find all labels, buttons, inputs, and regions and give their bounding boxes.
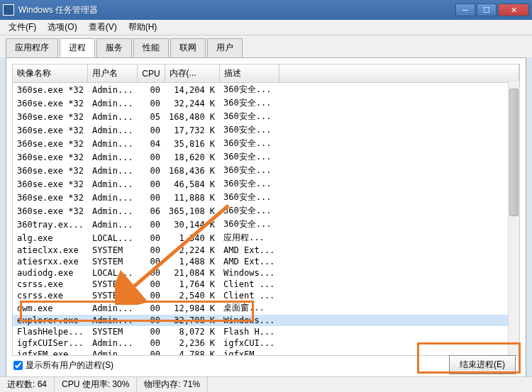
- maximize-button[interactable]: ☐: [477, 4, 497, 16]
- cell-mem: 1,340 K: [165, 231, 219, 245]
- table-row[interactable]: explorer.exeAdmin...0032,708 KWindows...: [13, 315, 519, 326]
- scrollbar-thumb[interactable]: [509, 89, 519, 216]
- tab-users[interactable]: 用户: [207, 38, 243, 57]
- table-row[interactable]: 360se.exe *32Admin...0011,888 K360安全...: [13, 191, 519, 204]
- cell-cpu: 00: [138, 164, 165, 177]
- cell-mem: 8,072 K: [165, 326, 219, 337]
- cell-name: igfxEM.exe: [13, 349, 88, 356]
- table-row[interactable]: csrss.exeSYSTEM001,764 KClient ...: [13, 279, 519, 290]
- cell-mem: 1,764 K: [165, 279, 219, 290]
- col-header-cpu[interactable]: CPU: [138, 65, 165, 83]
- cell-cpu: 06: [138, 204, 165, 218]
- process-table-wrap: 映像名称 用户名 CPU 内存(... 描述 360se.exe *32Admi…: [12, 64, 520, 356]
- cell-cpu: 00: [138, 301, 165, 315]
- menu-file[interactable]: 文件(F): [3, 20, 42, 35]
- table-row[interactable]: FlashHelpe...SYSTEM008,072 KFlash H...: [13, 326, 519, 337]
- cell-user: Admin...: [88, 218, 138, 231]
- show-all-users-checkbox[interactable]: [13, 361, 23, 370]
- cell-cpu: 00: [138, 191, 165, 204]
- cell-name: FlashHelpe...: [13, 326, 88, 337]
- cell-desc: Flash H...: [219, 326, 279, 337]
- tabbar: 应用程序 进程 服务 性能 联网 用户: [0, 35, 532, 57]
- close-button[interactable]: ✕: [498, 4, 529, 16]
- table-row[interactable]: 360se.exe *32Admin...06365,108 K360安全...: [13, 204, 519, 218]
- col-header-name[interactable]: 映像名称: [13, 65, 88, 83]
- cell-user: Admin...: [88, 83, 138, 97]
- cell-desc: Client ...: [219, 290, 279, 301]
- cell-user: Admin...: [88, 164, 138, 177]
- table-row[interactable]: audiodg.exeLOCAL...0021,084 KWindows...: [13, 267, 519, 279]
- scrollbar-track[interactable]: [508, 82, 519, 355]
- tab-performance[interactable]: 性能: [133, 38, 169, 57]
- tab-services[interactable]: 服务: [96, 38, 132, 57]
- cell-name: atiesrxx.exe: [13, 256, 88, 267]
- cell-cpu: 00: [138, 267, 165, 279]
- table-row[interactable]: 360tray.ex...Admin...0030,144 K360安全...: [13, 218, 519, 231]
- cell-name: 360se.exe *32: [13, 123, 88, 137]
- table-row[interactable]: igfxCUISer...Admin...002,236 KigfxCUI...: [13, 337, 519, 349]
- cell-desc: 360安全...: [219, 177, 279, 191]
- cell-desc: 桌面窗...: [219, 301, 279, 315]
- table-row[interactable]: 360se.exe *32Admin...05168,480 K360安全...: [13, 110, 519, 123]
- cell-name: dwm.exe: [13, 301, 88, 315]
- table-row[interactable]: 360se.exe *32Admin...0014,204 K360安全...: [13, 83, 519, 97]
- cell-mem: 365,108 K: [165, 204, 219, 218]
- col-header-user[interactable]: 用户名: [88, 65, 138, 83]
- table-row[interactable]: 360se.exe *32Admin...0046,584 K360安全...: [13, 177, 519, 191]
- cell-name: audiodg.exe: [13, 267, 88, 279]
- menu-help[interactable]: 帮助(H): [123, 20, 163, 35]
- cell-user: SYSTEM: [88, 279, 138, 290]
- cell-user: LOCAL...: [88, 267, 138, 279]
- cell-cpu: 00: [138, 150, 165, 164]
- table-row[interactable]: igfxEM.exeAdmin...004,788 KigfxEM ...: [13, 349, 519, 356]
- menu-options[interactable]: 选项(O): [42, 20, 82, 35]
- cell-desc: Windows...: [219, 315, 279, 326]
- cell-cpu: 05: [138, 110, 165, 123]
- cell-cpu: 00: [138, 326, 165, 337]
- cell-user: LOCAL...: [88, 231, 138, 245]
- cell-user: Admin...: [88, 177, 138, 191]
- cell-cpu: 00: [138, 290, 165, 301]
- cell-user: Admin...: [88, 204, 138, 218]
- cell-name: csrss.exe: [13, 279, 88, 290]
- col-header-mem[interactable]: 内存(...: [165, 65, 219, 83]
- table-row[interactable]: csrss.exeSYSTEM002,540 KClient ...: [13, 290, 519, 301]
- minimize-button[interactable]: ─: [455, 4, 475, 16]
- statusbar: 进程数: 64 CPU 使用率: 30% 物理内存: 71%: [0, 376, 532, 392]
- col-header-desc[interactable]: 描述: [219, 65, 279, 83]
- app-icon: [3, 4, 14, 16]
- table-row[interactable]: atieclxx.exeSYSTEM002,224 KAMD Ext...: [13, 245, 519, 256]
- cell-desc: 360安全...: [219, 150, 279, 164]
- table-row[interactable]: 360se.exe *32Admin...0018,620 K360安全...: [13, 150, 519, 164]
- table-row[interactable]: dwm.exeAdmin...0012,984 K桌面窗...: [13, 301, 519, 315]
- cell-mem: 11,888 K: [165, 191, 219, 204]
- show-all-users-row: 显示所有用户的进程(S): [13, 359, 113, 371]
- cell-cpu: 00: [138, 245, 165, 256]
- table-row[interactable]: 360se.exe *32Admin...0032,244 K360安全...: [13, 96, 519, 110]
- cell-name: csrss.exe: [13, 290, 88, 301]
- table-row[interactable]: alg.exeLOCAL...001,340 K应用程...: [13, 231, 519, 245]
- tab-applications[interactable]: 应用程序: [6, 38, 58, 57]
- table-row[interactable]: atiesrxx.exeSYSTEM001,488 KAMD Ext...: [13, 256, 519, 267]
- cell-mem: 2,236 K: [165, 337, 219, 349]
- cell-cpu: 00: [138, 218, 165, 231]
- cell-mem: 12,984 K: [165, 301, 219, 315]
- cell-user: SYSTEM: [88, 326, 138, 337]
- col-header-spacer: [279, 65, 519, 83]
- table-row[interactable]: 360se.exe *32Admin...0017,732 K360安全...: [13, 123, 519, 137]
- end-process-button[interactable]: 结束进程(E): [449, 355, 516, 374]
- table-row[interactable]: 360se.exe *32Admin...0435,816 K360安全...: [13, 137, 519, 150]
- tab-networking[interactable]: 联网: [170, 38, 206, 57]
- cell-name: 360se.exe *32: [13, 191, 88, 204]
- cell-mem: 1,488 K: [165, 256, 219, 267]
- table-row[interactable]: 360se.exe *32Admin...00168,436 K360安全...: [13, 164, 519, 177]
- titlebar: Windows 任务管理器 ─ ☐ ✕: [0, 0, 532, 20]
- cell-cpu: 00: [138, 349, 165, 356]
- cell-desc: igfxEM ...: [219, 349, 279, 356]
- cell-mem: 32,708 K: [165, 315, 219, 326]
- cell-desc: 360安全...: [219, 204, 279, 218]
- cell-mem: 4,788 K: [165, 349, 219, 356]
- cell-user: Admin...: [88, 110, 138, 123]
- tab-processes[interactable]: 进程: [60, 38, 95, 57]
- menu-view[interactable]: 查看(V): [83, 20, 123, 35]
